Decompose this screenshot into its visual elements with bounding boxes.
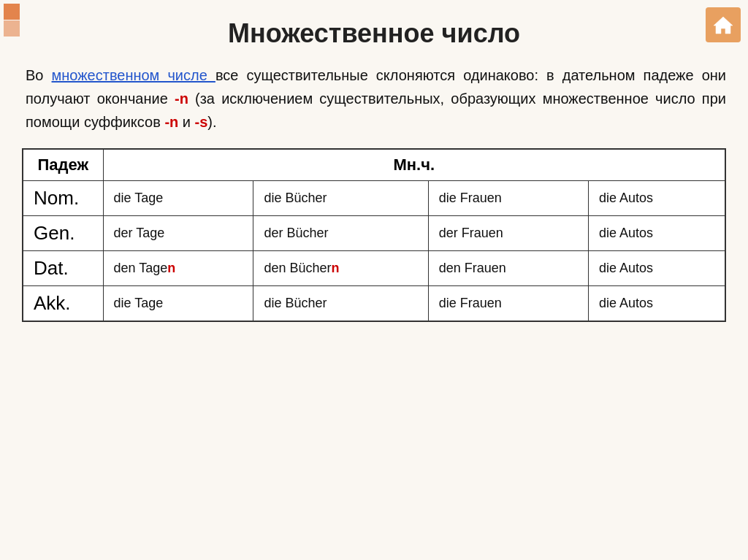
intro-suffix-s: -s	[195, 114, 208, 130]
intro-suffix-n2: -n	[164, 114, 178, 130]
dat-col4: die Autos	[588, 251, 725, 286]
home-icon	[706, 7, 741, 42]
dat-col3: den Frauen	[428, 251, 588, 286]
case-dat: Dat.	[23, 251, 103, 286]
intro-text4: ).	[207, 114, 216, 130]
dat-col2-n: n	[332, 261, 340, 275]
table-row: Dat. den Tagen den Büchern den Frauen di…	[23, 251, 725, 286]
home-button[interactable]	[706, 7, 741, 42]
case-gen: Gen.	[23, 216, 103, 251]
dat-col1-pre: den Tage	[114, 261, 168, 275]
intro-prefix: Во	[26, 67, 52, 83]
table-row: Gen. der Tage der Bücher der Frauen die …	[23, 216, 725, 251]
nom-col1: die Tage	[103, 181, 253, 216]
declension-table: Падеж Мн.ч. Nom. die Tage die Bücher die…	[22, 148, 726, 322]
gen-col4: die Autos	[588, 216, 725, 251]
akk-col1: die Tage	[103, 286, 253, 322]
square-2	[4, 20, 20, 37]
padezh-header: Падеж	[23, 149, 103, 181]
nom-col3: die Frauen	[428, 181, 588, 216]
intro-link[interactable]: множественном числе	[52, 67, 215, 83]
nom-col2: die Bücher	[253, 181, 428, 216]
intro-suffix-n: -n	[175, 91, 188, 107]
mnch-header: Мн.ч.	[103, 149, 725, 181]
akk-col3: die Frauen	[428, 286, 588, 322]
gen-col2: der Bücher	[253, 216, 428, 251]
dat-col2-pre: den Bücher	[264, 261, 331, 275]
case-akk: Akk.	[23, 286, 103, 322]
nom-col4: die Autos	[588, 181, 725, 216]
table-row: Akk. die Tage die Bücher die Frauen die …	[23, 286, 725, 322]
dat-col1: den Tagen	[103, 251, 253, 286]
page-title: Множественное число	[22, 18, 726, 49]
dat-col1-n: n	[167, 261, 175, 275]
intro-paragraph: Во множественном числе все существительн…	[22, 64, 726, 134]
intro-text3: и	[178, 114, 194, 130]
case-nom: Nom.	[23, 181, 103, 216]
table-row: Nom. die Tage die Bücher die Frauen die …	[23, 181, 725, 216]
page-container: Множественное число Во множественном чис…	[0, 0, 748, 560]
dat-col2: den Büchern	[253, 251, 428, 286]
square-1	[4, 4, 20, 20]
gen-col1: der Tage	[103, 216, 253, 251]
akk-col2: die Bücher	[253, 286, 428, 322]
table-header-row: Падеж Мн.ч.	[23, 149, 725, 181]
svg-marker-0	[714, 17, 733, 34]
gen-col3: der Frauen	[428, 216, 588, 251]
akk-col4: die Autos	[588, 286, 725, 322]
